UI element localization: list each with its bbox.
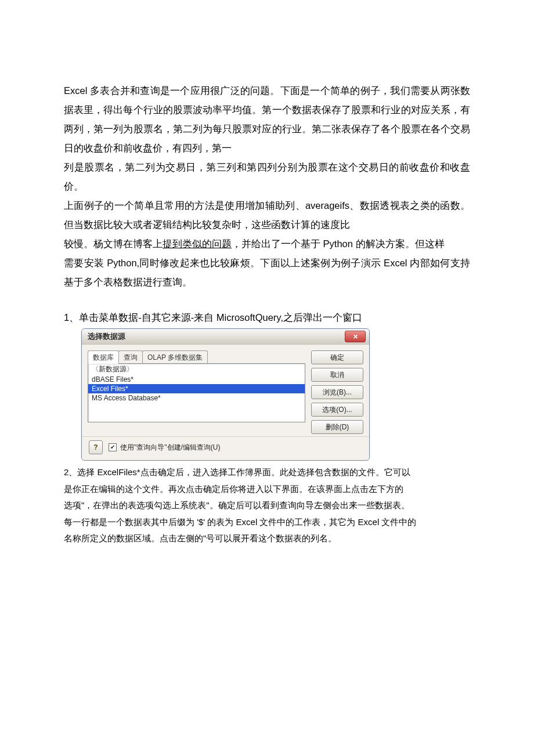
- checkbox-icon: ✔: [109, 443, 117, 451]
- browse-button[interactable]: 浏览(B)...: [311, 385, 363, 399]
- step2-line4: 每一行都是一个数据表其中后缀为 '$' 的表为 Excel 文件中的工作表，其它…: [64, 514, 470, 531]
- dialog-left-column: 数据库 查询 OLAP 多维数据集 〈新数据源〉 dBASE Files* Ex…: [88, 350, 305, 434]
- checkbox-label: 使用"查询向导"创建/编辑查询(U): [120, 443, 221, 453]
- document-page: Excel 多表合并和查询是一个应用很广泛的问题。下面是一个简单的例子，我们需要…: [0, 0, 534, 582]
- dialog-body: 数据库 查询 OLAP 多维数据集 〈新数据源〉 dBASE Files* Ex…: [82, 345, 369, 436]
- help-icon: ?: [93, 443, 98, 451]
- tab-strip: 数据库 查询 OLAP 多维数据集: [88, 350, 305, 364]
- list-item-new-source[interactable]: 〈新数据源〉: [88, 364, 305, 375]
- options-button[interactable]: 选项(O)...: [311, 403, 363, 417]
- cancel-button[interactable]: 取消: [311, 368, 363, 382]
- close-button[interactable]: ✕: [345, 331, 366, 342]
- step2-line3: 选项"，在弹出的表选项勾选上系统表"。确定后可以看到查询向导左侧会出来一些数据表…: [64, 497, 470, 514]
- use-wizard-checkbox-row[interactable]: ✔ 使用"查询向导"创建/编辑查询(U): [109, 443, 221, 453]
- dialog-button-column: 确定 取消 浏览(B)... 选项(O)... 删除(D): [311, 350, 363, 434]
- para-3b-prefix: 较慢。杨文博在博客上: [64, 238, 163, 249]
- intro-paragraphs: Excel 多表合并和查询是一个应用很广泛的问题。下面是一个简单的例子，我们需要…: [64, 81, 470, 292]
- tab-query[interactable]: 查询: [118, 350, 143, 364]
- step-2-text: 2、选择 ExcelFiles*点击确定后，进入选择工作簿界面。此处选择包含数据…: [64, 464, 470, 547]
- list-item-dbase[interactable]: dBASE Files*: [88, 375, 305, 384]
- list-item-excel[interactable]: Excel Files*: [88, 384, 305, 393]
- para-1: Excel 多表合并和查询是一个应用很广泛的问题。下面是一个简单的例子，我们需要…: [64, 81, 470, 158]
- dialog-footer: ? ✔ 使用"查询向导"创建/编辑查询(U): [82, 436, 369, 460]
- dialog-title: 选择数据源: [88, 331, 125, 342]
- ok-button[interactable]: 确定: [311, 350, 363, 364]
- help-button[interactable]: ?: [89, 440, 103, 454]
- close-icon: ✕: [353, 333, 358, 341]
- step2-line5: 名称所定义的数据区域。点击左侧的"号可以展开看这个数据表的列名。: [64, 530, 470, 547]
- link-mentioned-problem[interactable]: 提到类似的问题: [163, 238, 232, 249]
- data-source-listbox[interactable]: 〈新数据源〉 dBASE Files* Excel Files* MS Acce…: [88, 363, 305, 422]
- select-data-source-dialog: 选择数据源 ✕ 数据库 查询 OLAP 多维数据集 〈新数据源〉 dBASE F…: [81, 328, 370, 461]
- step2-line2: 是你正在编辑的这个文件。再次点击确定后你将进入以下界面。在该界面上点击左下方的: [64, 481, 470, 498]
- para-3b: 较慢。杨文博在博客上提到类似的问题，并给出了一个基于 Python 的解决方案。…: [64, 234, 470, 254]
- step-1-text: 1、单击菜单数据-自其它来源-来自 MicrosoftQuery,之后弹出一个窗…: [64, 308, 470, 327]
- para-3b-suffix: ，并给出了一个基于 Python 的解决方案。但这样: [232, 238, 445, 249]
- para-3a: 上面例子的一个简单且常用的方法是使用增加辅助列、averageifs、数据透视表…: [64, 196, 470, 234]
- tab-olap[interactable]: OLAP 多维数据集: [142, 350, 208, 364]
- list-item-access[interactable]: MS Access Database*: [88, 393, 305, 403]
- delete-button[interactable]: 删除(D): [311, 420, 363, 434]
- step2-line1: 2、选择 ExcelFiles*点击确定后，进入选择工作簿界面。此处选择包含数据…: [64, 464, 470, 481]
- para-2: 列是股票名，第二列为交易日，第三列和第四列分别为股票在这个交易日的前收盘价和收盘…: [64, 158, 470, 196]
- dialog-titlebar: 选择数据源 ✕: [82, 329, 369, 345]
- tab-database[interactable]: 数据库: [88, 350, 119, 364]
- para-3c: 需要安装 Python,同时修改起来也比较麻烦。下面以上述案例为例子演示 Exc…: [64, 254, 470, 292]
